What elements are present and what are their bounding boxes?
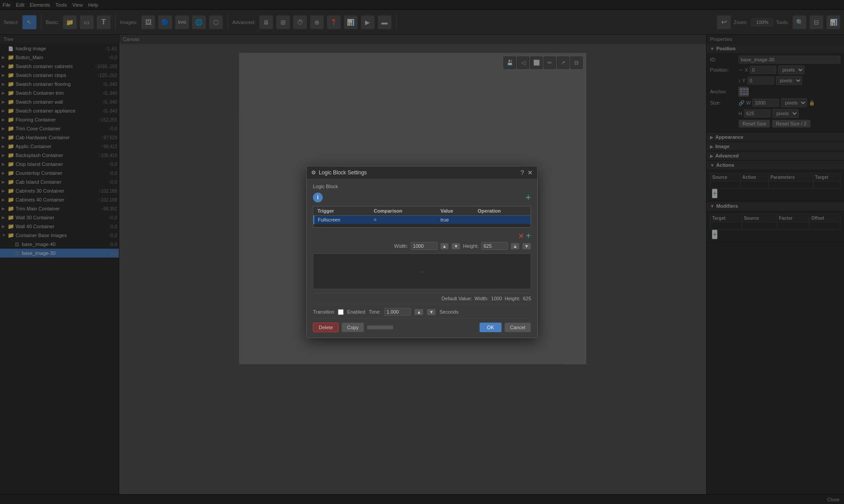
modal-default-label: Default Value: — [442, 296, 472, 301]
modal-overlay: ⚙ Logic Block Settings ? ✕ Logic Block i… — [0, 0, 844, 504]
modal-col-comparison: Comparison — [370, 206, 437, 216]
modal-default-row: Default Value: Width: 1000 Height: 625 — [313, 293, 531, 304]
modal-row-actions: ✕ + — [313, 231, 531, 240]
modal-close-btn[interactable]: ✕ — [528, 169, 533, 176]
modal-title-text: ⚙ Logic Block Settings — [311, 169, 367, 176]
modal-cell-empty-2 — [370, 224, 437, 227]
modal-default-height-label: Height: — [505, 296, 520, 301]
modal-add-row-btn[interactable]: + — [526, 231, 531, 240]
modal-default-width-label: Width: — [475, 296, 488, 301]
modal-dim-row: Width: ▲ ▼ Height: ▲ ▼ — [313, 242, 531, 250]
modal-cell-empty-4 — [474, 224, 531, 227]
modal-transition-time-label: Time: — [369, 309, 381, 314]
modal-info-icon: i — [313, 193, 323, 202]
modal-copy-btn[interactable]: Copy — [341, 323, 365, 332]
modal-table: Trigger Comparison Value Operation Fulls… — [313, 206, 531, 227]
modal-transition-checkbox[interactable] — [338, 309, 344, 315]
modal-value-cell: true — [437, 216, 474, 224]
modal-transition-seconds-label: Seconds — [439, 309, 459, 314]
modal-table-row[interactable]: Fullscreen = true — [314, 216, 531, 224]
modal-chart-area: — — [313, 254, 531, 289]
modal-delete-btn[interactable]: Delete — [313, 323, 339, 332]
modal-transition: Transition Enabled Time: ▲ ▼ Seconds — [313, 304, 531, 319]
modal-help-btn[interactable]: ? — [520, 169, 524, 176]
modal-col-value: Value — [437, 206, 474, 216]
modal-title-btns: ? ✕ — [520, 169, 533, 176]
modal-transition-time-input[interactable] — [384, 308, 411, 316]
modal-width-input[interactable] — [411, 242, 438, 250]
modal-top-row: i + — [313, 192, 531, 203]
modal-width-down-btn[interactable]: ▼ — [451, 243, 460, 250]
modal-transition-enabled-label: Enabled — [347, 309, 365, 314]
modal-section-label: Logic Block — [313, 184, 531, 189]
modal-cancel-btn[interactable]: Cancel — [504, 323, 531, 332]
modal-time-down-btn[interactable]: ▼ — [427, 309, 436, 315]
modal-comparison-cell: = — [370, 216, 437, 224]
modal-cell-empty-1 — [314, 224, 370, 227]
modal-delete-row-btn[interactable]: ✕ — [518, 232, 524, 240]
modal-add-trigger-btn[interactable]: + — [525, 192, 531, 203]
modal-operation-cell — [474, 216, 531, 224]
modal-width-label: Width: — [394, 243, 408, 249]
modal-titlebar: ⚙ Logic Block Settings ? ✕ — [307, 166, 537, 179]
modal-paste-btn[interactable] — [367, 325, 394, 330]
modal-time-up-btn[interactable]: ▲ — [414, 309, 423, 315]
modal-table-header-row: Trigger Comparison Value Operation — [314, 206, 531, 216]
modal-col-operation: Operation — [474, 206, 531, 216]
modal-body: Logic Block i + Trigger Comparison Value… — [307, 179, 537, 338]
modal-table-wrapper: Trigger Comparison Value Operation Fulls… — [313, 206, 531, 228]
modal-default-width-value: 1000 — [491, 296, 502, 301]
modal-height-down-btn[interactable]: ▼ — [522, 243, 531, 250]
modal-footer-right: OK Cancel — [479, 323, 531, 332]
modal-title-label: Logic Block Settings — [319, 169, 367, 176]
modal-chart-placeholder: — — [420, 269, 425, 274]
modal-footer: Delete Copy OK Cancel — [313, 319, 531, 333]
modal-transition-label: Transition — [313, 309, 334, 314]
modal-width-up-btn[interactable]: ▲ — [440, 243, 449, 250]
modal-height-label: Height: — [463, 243, 479, 249]
modal-default-height-value: 625 — [523, 296, 531, 301]
modal-height-input[interactable] — [481, 242, 508, 250]
modal-table-row-2 — [314, 224, 531, 227]
modal-col-trigger: Trigger — [314, 206, 370, 216]
modal-ok-btn[interactable]: OK — [479, 323, 502, 332]
modal-dialog: ⚙ Logic Block Settings ? ✕ Logic Block i… — [306, 166, 538, 338]
modal-height-up-btn[interactable]: ▲ — [511, 243, 519, 250]
modal-trigger-cell: Fullscreen — [314, 216, 370, 224]
modal-title-icon: ⚙ — [311, 169, 316, 176]
modal-cell-empty-3 — [437, 224, 474, 227]
